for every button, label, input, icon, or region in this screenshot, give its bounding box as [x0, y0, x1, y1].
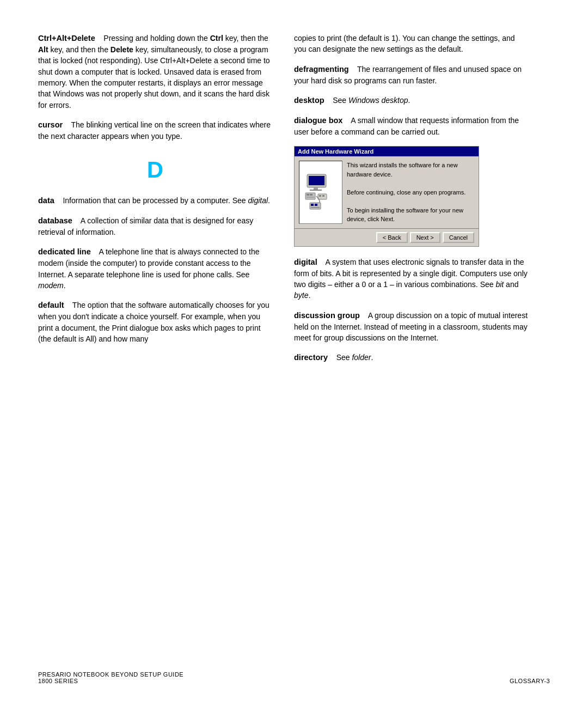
ctrl-alt-delete-term: Ctrl+Alt+Delete: [38, 34, 95, 42]
ctrl-alt-delete-body: Pressing and holding down the Ctrl key, …: [38, 34, 270, 109]
svg-rect-10: [322, 195, 324, 197]
discussion-group-entry: discussion group A group discussion on a…: [294, 310, 528, 344]
desktop-entry: desktop See Windows desktop.: [294, 95, 528, 106]
footer-right: Glossary-3: [510, 678, 550, 684]
section-letter-d: D: [38, 157, 272, 183]
data-body: Information that can be processed by a c…: [63, 196, 270, 205]
svg-rect-7: [307, 197, 314, 198]
directory-body: See folder.: [336, 353, 373, 362]
dialog-icon-area: [299, 161, 342, 224]
left-column: Ctrl+Alt+Delete Pressing and holding dow…: [38, 33, 272, 372]
cursor-entry: cursor The blinking vertical line on the…: [38, 119, 272, 142]
dialog-back-button[interactable]: < Back: [376, 232, 408, 243]
default-continuation: copies to print (the default is 1). You …: [294, 33, 528, 55]
svg-rect-4: [305, 193, 315, 199]
default-body: The option that the software automatical…: [38, 301, 270, 343]
svg-rect-5: [307, 194, 309, 196]
two-column-layout: Ctrl+Alt+Delete Pressing and holding dow…: [38, 33, 550, 372]
default-entry: default The option that the software aut…: [38, 300, 272, 344]
dialog-line3: To begin installing the software for you…: [347, 206, 474, 224]
dialog-line2: Before continuing, close any open progra…: [347, 188, 474, 197]
dialog-next-button[interactable]: Next >: [410, 232, 440, 243]
dedicated-line-entry: dedicated line A telephone line that is …: [38, 246, 272, 291]
cursor-term: cursor: [38, 120, 63, 129]
data-term: data: [38, 196, 54, 205]
dialog-illustration: Add New Hardware Wizard: [294, 146, 479, 247]
dialog-line1: This wizard installs the software for a …: [347, 161, 474, 179]
hardware-wizard-icon: [304, 173, 337, 211]
directory-term: directory: [294, 353, 328, 362]
dialog-text-area: This wizard installs the software for a …: [347, 161, 474, 224]
svg-rect-1: [309, 176, 324, 185]
defragmenting-entry: defragmenting The rearrangement of files…: [294, 64, 528, 86]
cursor-body: The blinking vertical line on the screen…: [38, 120, 271, 141]
default-continuation-text: copies to print (the default is 1). You …: [294, 34, 515, 53]
svg-rect-2: [314, 187, 318, 190]
page-container: Ctrl+Alt+Delete Pressing and holding dow…: [0, 0, 588, 706]
digital-body: A system that uses electronic signals to…: [294, 258, 528, 300]
dialog-cancel-button[interactable]: Cancel: [443, 232, 474, 243]
dialog-buttons: < Back Next > Cancel: [295, 228, 479, 246]
default-term: default: [38, 301, 64, 309]
desktop-body: See Windows desktop.: [333, 96, 410, 105]
dialog-titlebar: Add New Hardware Wizard: [295, 147, 479, 156]
defragmenting-term: defragmenting: [294, 65, 349, 74]
svg-rect-14: [311, 207, 320, 208]
svg-rect-3: [310, 190, 322, 191]
dedicated-line-term: dedicated line: [38, 247, 91, 256]
svg-rect-13: [315, 204, 317, 206]
footer-left: Presario Notebook Beyond Setup Guide 180…: [38, 671, 183, 684]
discussion-group-term: discussion group: [294, 311, 360, 320]
dialog-body: This wizard installs the software for a …: [295, 156, 479, 228]
page-footer: Presario Notebook Beyond Setup Guide 180…: [38, 671, 550, 684]
footer-title: Presario Notebook Beyond Setup Guide: [38, 671, 183, 678]
digital-term: digital: [294, 258, 317, 266]
svg-rect-6: [310, 194, 313, 196]
directory-entry: directory See folder.: [294, 352, 528, 363]
digital-entry: digital A system that uses electronic si…: [294, 257, 528, 301]
data-entry: data Information that can be processed b…: [38, 195, 272, 206]
ctrl-alt-delete-entry: Ctrl+Alt+Delete Pressing and holding dow…: [38, 33, 272, 111]
svg-rect-12: [311, 204, 314, 206]
footer-subtitle: 1800 Series: [38, 678, 183, 684]
dialogue-box-term: dialogue box: [294, 116, 342, 125]
desktop-term: desktop: [294, 96, 324, 105]
dialogue-box-entry: dialogue box A small window that request…: [294, 115, 528, 137]
svg-rect-9: [319, 195, 321, 197]
database-entry: database A collection of similar data th…: [38, 215, 272, 238]
database-term: database: [38, 216, 72, 225]
right-column: copies to print (the default is 1). You …: [294, 33, 528, 372]
